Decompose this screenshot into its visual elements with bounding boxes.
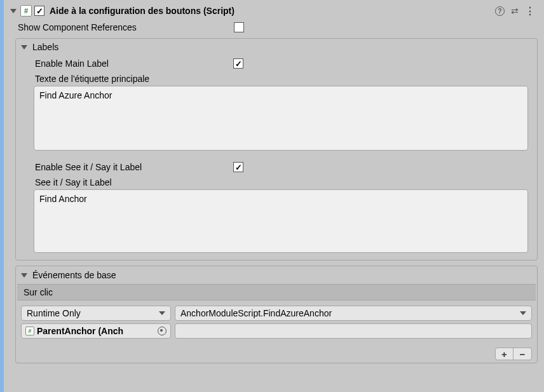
component-enable-checkbox[interactable] (34, 6, 44, 16)
component-header: # Aide à la configuration des boutons (S… (8, 3, 540, 19)
onclick-header: Sur clic (17, 284, 536, 301)
method-value: AnchorModuleScript.FindAzureAnchor (180, 308, 332, 318)
script-icon: # (25, 327, 34, 335)
enable-main-label-label: Enable Main Label (35, 58, 233, 69)
foldout-icon[interactable] (21, 45, 27, 50)
remove-button[interactable]: − (513, 348, 531, 360)
call-time-value: Runtime Only (27, 308, 81, 318)
script-icon: # (20, 5, 32, 17)
context-menu-icon[interactable]: ⋮ (525, 5, 535, 17)
help-icon[interactable]: ? (495, 6, 505, 16)
main-label-text-label: Texte de l'étiquette principale (35, 72, 528, 86)
add-remove-buttons: + − (495, 348, 532, 360)
add-button[interactable]: + (496, 348, 513, 360)
foldout-icon[interactable] (21, 273, 27, 278)
foldout-icon[interactable] (10, 9, 17, 13)
component-title: Aide à la configuration des boutons (Scr… (50, 6, 495, 16)
target-object-label: ParentAnchor (Anch (37, 326, 155, 336)
enable-seeit-label-label: Enable See it / Say it Label (35, 162, 233, 172)
show-component-references-checkbox[interactable] (234, 22, 244, 32)
enable-seeit-label-checkbox[interactable] (233, 162, 243, 172)
method-dropdown[interactable]: AnchorModuleScript.FindAzureAnchor (175, 306, 532, 321)
call-time-dropdown[interactable]: Runtime Only (21, 306, 171, 321)
labels-group: Labels Enable Main Label Texte de l'étiq… (15, 38, 538, 260)
events-group: Événements de base Sur clic Runtime Only… (15, 266, 538, 363)
argument-field[interactable] (175, 323, 532, 339)
labels-group-title: Labels (32, 42, 58, 52)
chevron-down-icon (520, 311, 526, 315)
enable-main-label-checkbox[interactable] (233, 58, 243, 69)
events-group-title: Événements de base (32, 270, 116, 280)
show-component-references-label: Show Component References (18, 22, 234, 32)
target-object-field[interactable]: # ParentAnchor (Anch (21, 323, 171, 339)
preset-icon[interactable]: ⇄ (511, 6, 519, 16)
seeit-text-input[interactable] (34, 189, 528, 253)
object-picker-icon[interactable] (158, 327, 167, 335)
main-label-text-input[interactable] (34, 86, 528, 151)
seeit-text-label: See it / Say it Label (35, 175, 528, 189)
chevron-down-icon (159, 311, 165, 315)
